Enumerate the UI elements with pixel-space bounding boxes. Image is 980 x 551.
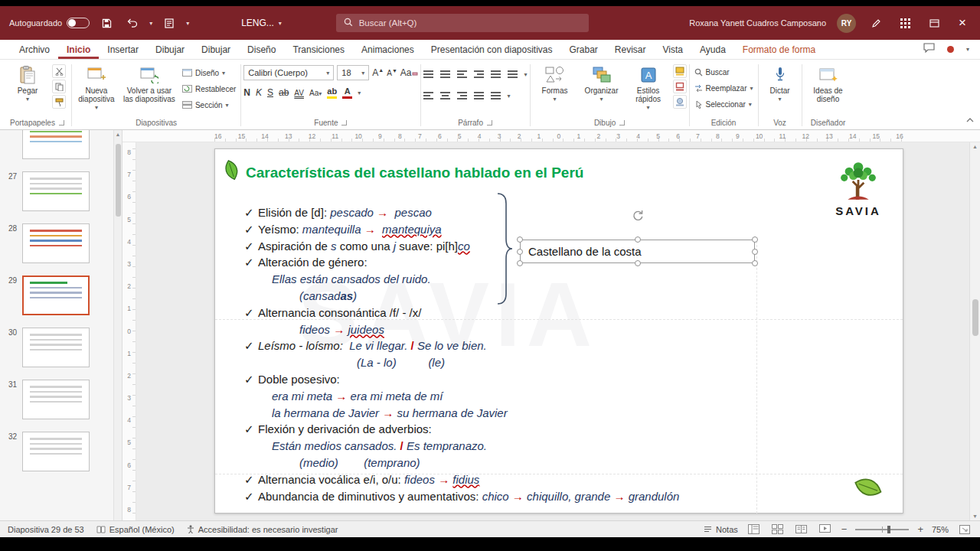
avatar[interactable]: RY — [837, 14, 856, 33]
rotate-handle-icon[interactable] — [632, 210, 644, 224]
slide-thumbnail-30[interactable]: 30 — [5, 328, 109, 367]
collapse-ribbon-icon[interactable] — [966, 112, 974, 126]
decrease-indent-icon[interactable] — [457, 70, 467, 78]
selection-handle[interactable] — [752, 260, 758, 266]
slide-thumbnail-31[interactable]: 31 — [5, 380, 109, 419]
share-caret-icon[interactable]: ▾ — [966, 46, 969, 53]
tab-dibujar[interactable]: Dibujar — [193, 41, 239, 59]
close-icon[interactable]: × — [954, 15, 971, 31]
tab-dise-o[interactable]: Diseño — [239, 41, 284, 59]
autosave-toggle[interactable] — [67, 18, 90, 28]
zoom-slider-thumb[interactable] — [887, 526, 890, 533]
selection-handle[interactable] — [635, 260, 641, 266]
columns-icon[interactable] — [491, 92, 501, 99]
print-preview-button[interactable] — [160, 14, 178, 32]
layout-button[interactable]: Diseño▾ — [180, 65, 238, 80]
record-icon[interactable] — [947, 46, 954, 53]
tab-ayuda[interactable]: Ayuda — [691, 41, 734, 59]
format-painter-icon[interactable] — [52, 95, 66, 109]
design-ideas-button[interactable]: Ideas de diseño — [805, 63, 852, 106]
selection-handle[interactable] — [517, 249, 523, 255]
normal-view-icon[interactable] — [746, 523, 762, 536]
section-button[interactable]: Sección▾ — [180, 97, 238, 112]
zoom-out-button[interactable]: − — [841, 523, 848, 535]
tab-transiciones[interactable]: Transiciones — [284, 41, 353, 59]
font-color-button[interactable]: A — [342, 87, 352, 99]
vertical-scrollbar[interactable]: ▲ ▼ — [969, 142, 980, 520]
autosave-control[interactable]: Autoguardado — [9, 18, 90, 28]
scroll-up-icon[interactable]: ▲ — [114, 132, 122, 137]
select-button[interactable]: Seleccionar▾ — [692, 96, 756, 112]
align-center-icon[interactable] — [440, 92, 450, 99]
apps-grid-icon[interactable] — [896, 14, 914, 32]
align-right-icon[interactable] — [457, 92, 467, 99]
text-direction-icon[interactable] — [508, 70, 518, 78]
grow-font-button[interactable]: A▲ — [372, 67, 384, 78]
tab-vista[interactable]: Vista — [655, 41, 691, 59]
bullet-list-icon[interactable] — [423, 70, 433, 78]
pen-icon[interactable] — [867, 14, 885, 32]
bold-button[interactable]: N — [243, 87, 250, 98]
shape-effects-icon[interactable] — [673, 95, 687, 109]
dictate-button[interactable]: Dictar ▾ — [761, 63, 799, 106]
zoom-level[interactable]: 75% — [932, 525, 949, 534]
quick-access-caret-icon[interactable]: ▾ — [186, 20, 189, 27]
slide-thumbnail-27[interactable]: 27 — [5, 171, 109, 211]
selection-handle[interactable] — [752, 249, 758, 255]
fit-to-window-icon[interactable] — [957, 523, 972, 536]
justify-icon[interactable] — [474, 92, 484, 99]
tab-inicio[interactable]: Inicio — [58, 41, 99, 59]
slide-thumbnail-28[interactable]: 28 — [5, 223, 109, 263]
replace-button[interactable]: Reemplazar▾ — [692, 80, 756, 96]
change-case-button[interactable]: Aa▾ — [309, 89, 322, 97]
paste-button[interactable]: Pegar ▾ — [5, 63, 50, 106]
increase-indent-icon[interactable] — [474, 70, 484, 78]
scrollbar-thumb[interactable] — [116, 144, 121, 217]
selection-handle[interactable] — [517, 236, 523, 243]
slide-thumbnail-32[interactable]: 32 — [5, 432, 109, 471]
text-highlight-button[interactable]: ab — [327, 87, 337, 99]
tab-revisar[interactable]: Revisar — [606, 41, 655, 59]
selection-handle[interactable] — [517, 260, 523, 266]
slide-thumbnail-29[interactable]: 29 — [5, 276, 109, 315]
italic-button[interactable]: K — [256, 87, 262, 98]
slide-sorter-view-icon[interactable] — [770, 523, 786, 536]
selected-textbox[interactable]: Castellano de la costa — [520, 240, 755, 263]
zoom-in-button[interactable]: + — [917, 523, 923, 535]
undo-button[interactable] — [123, 14, 142, 32]
line-spacing-icon[interactable] — [491, 70, 501, 78]
reset-button[interactable]: Restablecer — [180, 81, 238, 96]
font-size-select[interactable]: 18▾ — [337, 65, 369, 80]
character-spacing-button[interactable]: AV — [294, 89, 304, 97]
shape-fill-icon[interactable] — [673, 64, 687, 78]
find-button[interactable]: Buscar — [692, 64, 756, 80]
shapes-button[interactable]: Formas ▾ — [533, 63, 577, 106]
search-box[interactable] — [336, 14, 589, 32]
numbered-list-icon[interactable] — [440, 70, 450, 78]
underline-button[interactable]: S — [267, 87, 273, 98]
new-slide-button[interactable]: Nueva diapositiva ▾ — [74, 63, 119, 114]
reuse-slides-button[interactable]: Volver a usar las diapositivas — [121, 63, 178, 106]
tab-animaciones[interactable]: Animaciones — [353, 41, 423, 59]
slide[interactable]: SAVIA Características del castellano hab… — [214, 148, 903, 514]
reading-view-icon[interactable] — [794, 523, 809, 536]
accessibility-status[interactable]: Accesibilidad: es necesario investigar — [187, 525, 338, 534]
horizontal-ruler[interactable]: 1615141312111098765432101234567891011121… — [122, 130, 980, 142]
vertical-ruler[interactable]: 87654321012345678 — [122, 142, 136, 520]
scrollbar-thumb[interactable] — [972, 299, 978, 336]
selection-handle[interactable] — [635, 236, 641, 243]
dialog-launcher-icon[interactable] — [341, 120, 347, 126]
tab-insertar[interactable]: Insertar — [99, 41, 147, 59]
quick-styles-button[interactable]: A Estilos rápidos ▾ — [626, 63, 671, 114]
tab-presentaci-n-con-diapositivas[interactable]: Presentación con diapositivas — [423, 41, 561, 59]
language-selector[interactable]: Español (México) — [96, 525, 175, 534]
dialog-launcher-icon[interactable] — [59, 120, 64, 126]
document-title[interactable]: LENG...▾ — [241, 18, 282, 28]
dialog-launcher-icon[interactable] — [619, 120, 625, 126]
scroll-up-icon[interactable]: ▲ — [970, 144, 980, 149]
align-left-icon[interactable] — [423, 92, 433, 99]
tab-dibujar[interactable]: Dibujar — [147, 41, 193, 59]
slide-title[interactable]: Características del castellano hablado e… — [246, 165, 583, 181]
save-button[interactable] — [97, 14, 116, 32]
clear-formatting-button[interactable]: Aa — [400, 67, 418, 78]
